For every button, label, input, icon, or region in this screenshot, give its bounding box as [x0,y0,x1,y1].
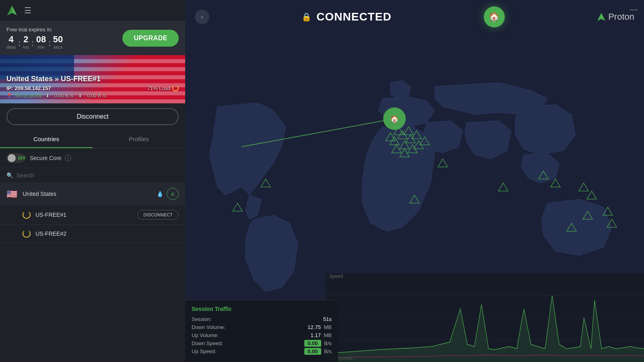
svg-marker-2 [597,13,605,21]
up-speed-label: Up Speed: [192,348,216,354]
min-num: 08 [36,35,46,44]
country-name: United States [23,191,157,197]
secs-num: 50 [53,35,63,44]
server-ip: IP: 209.58.142.157 [6,85,51,91]
trial-banner: Free trial expires in: 4 days : 2 hrs : … [0,21,185,55]
proton-icon [597,12,606,21]
set-profile-row: 📍 Set as profile ⬇ 0.00 B /s ⬆ 0.00 B /s [6,93,179,99]
up-speed-val: 0.00 [304,348,321,355]
days-block: 4 days [6,35,16,49]
trial-countdown: 4 days : 2 hrs : 08 min : 50 secs [6,35,63,49]
trial-info: Free trial expires in: 4 days : 2 hrs : … [6,27,63,49]
upload-icon: ⬆ [78,93,82,99]
up-speed-unit: B/s [324,348,332,354]
secure-core-toggle[interactable]: OFF [6,153,25,163]
secs-block: 50 secs [53,35,63,49]
tab-profiles[interactable]: Profiles [93,130,185,148]
hrs-block: 2 hrs [23,35,29,49]
hrs-num: 2 [23,35,28,44]
server-name: United States » US-FREE#1 [6,75,179,83]
down-vol-label: Down Volume: [192,324,225,330]
disconnect-section: Disconnect [0,103,185,130]
lock-icon: 🔒 [301,12,312,22]
expand-button[interactable]: ∧ [167,188,179,200]
days-num: 4 [9,35,14,44]
connected-text: CONNECTED [316,10,391,23]
down-speed-row: Down Speed: 0.00 B/s [192,340,332,346]
hrs-label: hrs [23,45,29,49]
protonvpn-logo [6,5,18,16]
up-vol-row: Up Volume: 1.17 MB [192,332,332,338]
collapse-button[interactable]: ‹ [195,10,209,24]
home-button[interactable]: 🏠 [484,6,505,27]
speed-chart: Speed 60 Seconds [326,274,644,362]
tab-countries[interactable]: Countries [0,130,93,148]
info-icon[interactable]: i [65,155,71,161]
session-row: Session: 51s [192,316,332,322]
up-vol-val: 1.17 [311,332,321,338]
up-speed-row: Up Speed: 0.00 B/s [192,348,332,354]
min-label: min [37,45,45,49]
pin-icon: 📍 [6,93,12,99]
up-vol-unit: MB [324,332,332,338]
min-block: 08 min [36,35,46,49]
proton-logo: Proton [597,12,634,22]
session-traffic: Session Traffic Session: 51s Down Volume… [185,300,338,362]
server-icon: 💧 [157,191,163,197]
sep3: : [48,39,51,48]
server-row-2[interactable]: US-FREE#2 [0,225,185,243]
secure-core-row: OFF Secure Core i [0,148,185,168]
search-row: 🔍 [0,168,185,183]
right-panel: — ‹ 🔒 CONNECTED 🏠 Proton [185,0,644,362]
sep2: : [31,39,34,48]
right-header: ‹ 🔒 CONNECTED 🏠 Proton [185,0,644,34]
down-speed-label: Down Speed: [192,340,223,346]
up-vol-label: Up Volume: [192,332,219,338]
flag-hero: United States » US-FREE#1 IP: 209.58.142… [0,55,185,103]
down-speed-unit: B/s [324,340,332,346]
secure-core-label: Secure Core [30,155,62,161]
connected-status: 🔒 CONNECTED [301,10,391,23]
tabs: Countries Profiles [0,130,185,148]
down-vol-val: 12.75 [308,324,321,330]
session-val: 51s [323,316,332,322]
down-vol-row: Down Volume: 12.75 MB [192,324,332,330]
set-profile-link[interactable]: 📍 Set as profile [6,93,42,99]
us-flag-icon: 🇺🇸 [6,190,18,198]
traffic-title: Session Traffic [192,306,332,312]
server-disconnect-button[interactable]: DISCONNECT [137,210,179,220]
server-details: IP: 209.58.142.157 71% Load [6,85,179,91]
secs-label: secs [54,45,63,49]
svg-marker-1 [7,6,12,15]
country-list: 🇺🇸 United States 💧 ∧ US-FREE#1 DISCONNEC… [0,183,185,362]
server-status-icon [23,211,31,219]
download-icon: ⬇ [45,93,50,99]
traffic-info: ⬇ 0.00 B /s ⬆ 0.00 B /s [45,93,106,99]
country-row[interactable]: 🇺🇸 United States 💧 ∧ [0,183,185,205]
search-input[interactable] [17,172,179,179]
down-vol-unit: MB [324,324,332,330]
trial-text: Free trial expires in: [6,27,63,33]
disconnect-button[interactable]: Disconnect [6,108,179,125]
session-label: Session: [192,316,212,322]
svg-text:🏠: 🏠 [390,115,399,123]
minimize-button[interactable]: — [630,5,638,14]
server-row[interactable]: US-FREE#1 DISCONNECT [0,205,185,225]
top-bar: ☰ [0,0,185,21]
window-controls: — [630,5,638,14]
server-row-name: US-FREE#1 [35,212,137,218]
load-circle-icon [172,85,179,91]
hamburger-menu[interactable]: ☰ [24,6,31,15]
server-status-icon-2 [23,230,31,238]
toggle-off-label: OFF [18,156,26,160]
right-header-right: Proton [597,12,634,22]
down-speed-val: 0.00 [304,340,321,347]
speed-label: Speed [329,274,343,279]
toggle-knob [8,154,16,162]
search-icon: 🔍 [6,172,13,179]
upgrade-button[interactable]: UPGRADE [122,30,179,47]
days-label: days [6,45,16,49]
chart-svg [326,274,644,362]
left-panel: ☰ Free trial expires in: 4 days : 2 hrs … [0,0,185,362]
sep1: : [18,39,21,48]
